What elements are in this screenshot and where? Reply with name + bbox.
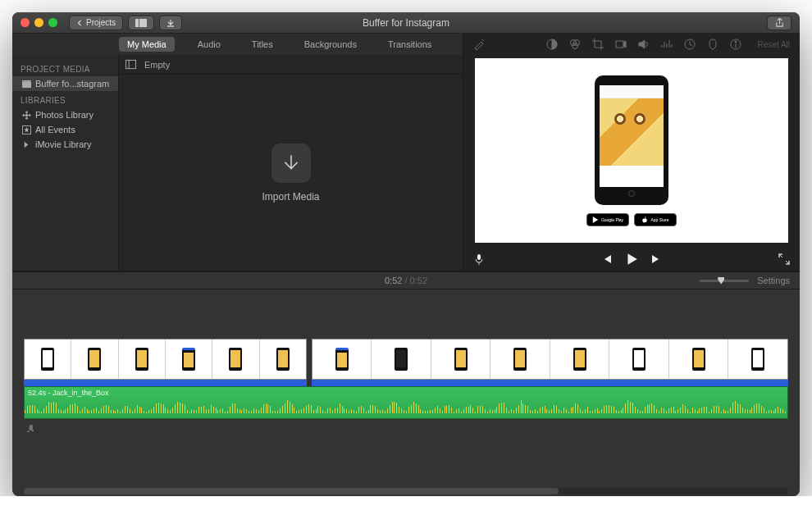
clip-audio-strip bbox=[24, 380, 307, 386]
library-view-button[interactable] bbox=[128, 16, 154, 30]
stabilization-icon[interactable] bbox=[615, 39, 627, 50]
app-store-badge: App Store bbox=[634, 213, 677, 226]
app-window: Projects Buffer for Instagram My Media A… bbox=[12, 12, 800, 496]
noise-reduction-icon[interactable] bbox=[661, 39, 673, 50]
svg-point-18 bbox=[735, 41, 737, 43]
reset-all-button[interactable]: Reset All bbox=[758, 40, 790, 49]
timeline-header: 0:52 / 0:52 Settings bbox=[12, 271, 800, 289]
preview-toolbar: Reset All bbox=[463, 34, 800, 55]
svg-point-4 bbox=[25, 111, 28, 113]
clapperboard-icon bbox=[22, 80, 31, 89]
audio-clip[interactable]: 52.4s - Jack_in_the_Box bbox=[24, 386, 788, 419]
sidebar-item-label: Photos Library bbox=[35, 110, 94, 120]
tab-my-media[interactable]: My Media bbox=[119, 37, 175, 52]
sidebar-project-item[interactable]: Buffer fo...stagram bbox=[12, 76, 118, 91]
video-viewer[interactable]: Google Play App Store bbox=[475, 58, 788, 243]
back-to-projects-button[interactable]: Projects bbox=[69, 16, 123, 30]
color-balance-icon[interactable] bbox=[546, 39, 558, 50]
flower-icon bbox=[22, 111, 31, 120]
timeline-settings-button[interactable]: Settings bbox=[757, 276, 790, 285]
next-frame-button[interactable] bbox=[650, 253, 663, 266]
sidebar-item-imovie[interactable]: iMovie Library bbox=[12, 137, 118, 152]
back-label: Projects bbox=[86, 18, 116, 27]
tab-transitions[interactable]: Transitions bbox=[380, 37, 440, 52]
scrollbar-thumb[interactable] bbox=[24, 488, 559, 494]
close-window-button[interactable] bbox=[21, 18, 30, 27]
tab-audio[interactable]: Audio bbox=[189, 37, 229, 52]
svg-rect-1 bbox=[139, 19, 147, 27]
speed-icon[interactable] bbox=[684, 39, 696, 50]
music-note-icon bbox=[25, 424, 34, 432]
browser-status: Empty bbox=[144, 60, 170, 70]
video-clip[interactable] bbox=[312, 339, 788, 380]
disclosure-icon bbox=[22, 140, 31, 149]
upper-panel: My Media Audio Titles Backgrounds Transi… bbox=[12, 34, 800, 271]
sidebar-project-label: Buffer fo...stagram bbox=[35, 79, 109, 89]
info-icon[interactable] bbox=[730, 39, 741, 50]
minimize-window-button[interactable] bbox=[34, 18, 43, 27]
svg-rect-19 bbox=[477, 254, 481, 260]
color-correction-icon[interactable] bbox=[569, 39, 581, 50]
sidebar-header-libraries: LIBRARIES bbox=[12, 91, 118, 107]
zoom-slider[interactable] bbox=[700, 280, 749, 282]
music-track[interactable] bbox=[24, 422, 788, 434]
svg-point-7 bbox=[29, 114, 31, 116]
share-button[interactable] bbox=[767, 16, 791, 30]
audio-clip-label: 52.4s - Jack_in_the_Box bbox=[28, 389, 109, 397]
import-drop-area[interactable]: Import Media bbox=[119, 75, 463, 271]
sidebar-header-project: PROJECT MEDIA bbox=[12, 60, 118, 76]
play-button[interactable] bbox=[625, 253, 638, 266]
tab-titles[interactable]: Titles bbox=[244, 37, 281, 52]
video-clip[interactable] bbox=[24, 339, 307, 380]
playback-bar bbox=[463, 248, 800, 271]
crop-icon[interactable] bbox=[592, 39, 604, 50]
playhead-time: 0:52 / 0:52 bbox=[385, 276, 427, 285]
svg-rect-0 bbox=[135, 19, 139, 27]
svg-rect-2 bbox=[22, 81, 31, 87]
preview-panel: Reset All Google Play bbox=[463, 34, 800, 271]
volume-icon[interactable] bbox=[638, 39, 650, 50]
sidebar-item-events[interactable]: All Events bbox=[12, 122, 118, 137]
clip-audio-strip bbox=[312, 380, 788, 386]
svg-point-5 bbox=[25, 116, 28, 119]
download-arrow-icon bbox=[281, 153, 302, 174]
prev-frame-button[interactable] bbox=[600, 253, 614, 266]
phone-mockup bbox=[595, 75, 668, 205]
svg-rect-9 bbox=[125, 60, 135, 68]
sidebar: PROJECT MEDIA Buffer fo...stagram LIBRAR… bbox=[12, 55, 119, 271]
sidebar-toggle-icon[interactable] bbox=[125, 59, 136, 70]
fullscreen-icon[interactable] bbox=[778, 253, 790, 265]
video-track[interactable] bbox=[24, 339, 788, 380]
horizontal-scrollbar[interactable] bbox=[24, 488, 788, 494]
timeline[interactable]: 52.4s - Jack_in_the_Box bbox=[12, 289, 800, 496]
clip-filter-icon[interactable] bbox=[707, 39, 718, 50]
tab-backgrounds[interactable]: Backgrounds bbox=[296, 37, 365, 52]
titlebar: Projects Buffer for Instagram bbox=[12, 12, 800, 34]
import-button[interactable] bbox=[159, 16, 182, 30]
media-panel: My Media Audio Titles Backgrounds Transi… bbox=[12, 34, 463, 271]
sidebar-item-label: All Events bbox=[35, 125, 75, 134]
enhance-icon[interactable] bbox=[473, 39, 485, 50]
svg-point-14 bbox=[572, 43, 577, 49]
voiceover-icon[interactable] bbox=[473, 253, 485, 265]
media-browser: Empty Import Media bbox=[119, 55, 463, 271]
svg-point-6 bbox=[22, 114, 25, 116]
star-box-icon bbox=[22, 125, 31, 134]
svg-rect-15 bbox=[616, 41, 623, 48]
svg-point-3 bbox=[25, 113, 29, 116]
google-play-badge: Google Play bbox=[586, 213, 629, 226]
sidebar-item-photos[interactable]: Photos Library bbox=[12, 107, 118, 122]
fullscreen-window-button[interactable] bbox=[48, 18, 57, 27]
sidebar-item-label: iMovie Library bbox=[35, 139, 91, 149]
window-controls bbox=[12, 18, 57, 27]
media-tabs: My Media Audio Titles Backgrounds Transi… bbox=[12, 34, 463, 55]
import-label: Import Media bbox=[262, 191, 319, 203]
